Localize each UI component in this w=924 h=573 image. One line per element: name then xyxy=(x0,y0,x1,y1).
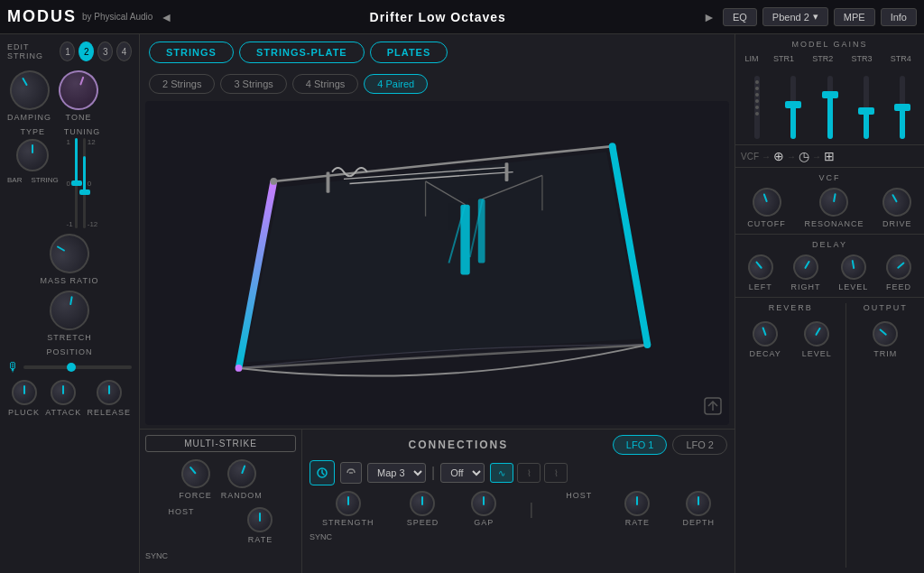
string-btn-1[interactable]: 1 xyxy=(60,42,75,61)
tab-plates[interactable]: PLATES xyxy=(370,42,448,63)
ms-knob-row: FORCE RANDOM xyxy=(145,459,296,500)
four-strings-btn[interactable]: 4 Strings xyxy=(292,74,358,94)
gap-knob[interactable] xyxy=(471,491,496,516)
lim-fader[interactable] xyxy=(754,76,760,139)
force-knob[interactable] xyxy=(175,453,216,494)
random-knob[interactable] xyxy=(223,455,260,492)
tuning-slider-2-thumb[interactable] xyxy=(79,189,90,195)
string-count-row: 2 Strings 3 Strings 4 Strings 4 Paired xyxy=(140,70,735,97)
share-icon[interactable] xyxy=(704,397,722,418)
str3-fader-group xyxy=(850,76,882,139)
content-area: EDIT STRING 1 2 3 4 DAMPING TONE xyxy=(0,34,924,573)
conn-link-btn[interactable] xyxy=(340,462,362,484)
str4-fader[interactable] xyxy=(900,76,905,139)
delay-feed-knob[interactable] xyxy=(881,249,916,284)
connections-panel: CONNECTIONS LFO 1 LFO 2 xyxy=(302,430,735,573)
string-btn-2[interactable]: 2 xyxy=(79,42,94,61)
output-title: OUTPUT xyxy=(852,303,919,312)
tuning-slider-2-track[interactable] xyxy=(83,138,86,228)
position-slider[interactable] xyxy=(23,365,132,369)
multi-strike-panel: MULTI-STRIKE FORCE RANDOM HOST xyxy=(140,430,302,573)
pbend-button[interactable]: Pbend 2 ▾ xyxy=(762,7,828,26)
mass-ratio-group: MASS RATIO xyxy=(7,234,132,285)
str3-fader-thumb[interactable] xyxy=(858,107,874,115)
depth-knob[interactable] xyxy=(686,491,711,516)
nav-left-arrow[interactable]: ◄ xyxy=(152,6,180,28)
speed-knob[interactable] xyxy=(410,491,435,516)
stretch-knob[interactable] xyxy=(47,288,93,334)
position-thumb[interactable] xyxy=(67,363,76,372)
conn-rate-label: RATE xyxy=(625,518,650,527)
output-trim-label: TRIM xyxy=(873,349,897,358)
delay-level-label: LEVEL xyxy=(838,282,868,291)
reverb-decay-knob[interactable] xyxy=(749,318,781,350)
edit-string-label: EDIT STRING xyxy=(7,42,52,60)
conn-trigger-btn[interactable] xyxy=(310,460,335,485)
ms-rate-knob[interactable] xyxy=(247,507,273,532)
str2-fader[interactable] xyxy=(827,76,833,139)
info-button[interactable]: Info xyxy=(881,8,917,26)
tone-knob[interactable] xyxy=(53,65,104,116)
delay-right-group: RIGHT xyxy=(791,254,821,291)
two-strings-btn[interactable]: 2 Strings xyxy=(149,74,215,94)
lfo1-btn[interactable]: LFO 1 xyxy=(613,435,668,455)
bottom-knob-row: PLUCK ATTACK RELEASE xyxy=(7,380,132,417)
release-knob[interactable] xyxy=(97,380,122,405)
str4-col-label: STR4 xyxy=(883,54,919,63)
vcf-section: VCF CUTOFF RESONANCE DRIVE xyxy=(735,168,924,235)
attack-knob[interactable] xyxy=(51,380,76,405)
delay-level-knob[interactable] xyxy=(839,253,868,282)
reverb-output-section: REVERB DECAY LEVEL OUTPUT xyxy=(735,298,924,573)
strength-knob[interactable] xyxy=(336,491,361,516)
conn-knob-row: STRENGTH SPEED GAP | HOST xyxy=(310,491,727,527)
str1-fader[interactable] xyxy=(790,76,796,139)
type-knob[interactable] xyxy=(16,139,49,171)
position-label: POSITION xyxy=(7,347,132,356)
output-trim-knob[interactable] xyxy=(867,316,902,351)
mass-ratio-knob[interactable] xyxy=(42,226,97,281)
str3-fader[interactable] xyxy=(864,76,869,139)
vcf-resonance-knob[interactable] xyxy=(818,185,851,218)
eq-button[interactable]: EQ xyxy=(723,8,757,26)
conn-rate-knob[interactable] xyxy=(624,491,650,516)
damping-knob[interactable] xyxy=(2,63,56,117)
str1-fader-thumb[interactable] xyxy=(785,101,801,108)
ms-sync-label: SYNC xyxy=(145,551,296,560)
gap-label: GAP xyxy=(474,518,494,527)
fx-vcf-label: VCF xyxy=(741,152,759,162)
vcf-drive-knob[interactable] xyxy=(878,182,918,222)
reverb-level-label: LEVEL xyxy=(802,349,832,358)
mpe-button[interactable]: MPE xyxy=(834,8,875,26)
stretch-group: STRETCH xyxy=(7,291,132,342)
tab-strings-plate[interactable]: STRINGS-PLATE xyxy=(239,42,365,63)
wave-rand-btn[interactable]: ⌇ xyxy=(544,463,568,483)
nav-right-arrow[interactable]: ► xyxy=(696,6,723,28)
map-select[interactable]: Map 3 xyxy=(367,463,426,483)
delay-left-knob[interactable] xyxy=(743,249,778,284)
wave-tri-btn[interactable]: ⌇ xyxy=(517,463,541,483)
string-btn-3[interactable]: 3 xyxy=(97,42,113,61)
reverb-knobs: DECAY LEVEL xyxy=(741,321,840,358)
pluck-knob[interactable] xyxy=(12,380,37,405)
tuning-slider-1-thumb[interactable] xyxy=(71,180,82,186)
model-gains-section: MODEL GAINS LIM STR1 STR2 STR3 STR4 xyxy=(735,34,924,145)
four-paired-btn[interactable]: 4 Paired xyxy=(364,74,428,94)
three-strings-btn[interactable]: 3 Strings xyxy=(220,74,286,94)
wave-sine-btn[interactable]: ∿ xyxy=(490,463,513,483)
tab-strings[interactable]: STRINGS xyxy=(149,42,234,63)
str4-fader-group xyxy=(886,76,919,139)
string-btn-4[interactable]: 4 xyxy=(116,42,132,61)
output-part: OUTPUT TRIM xyxy=(846,303,919,568)
str2-fader-thumb[interactable] xyxy=(822,91,838,98)
delay-right-knob[interactable] xyxy=(789,250,823,284)
reverb-level-knob[interactable] xyxy=(799,317,834,351)
release-group: RELEASE xyxy=(87,380,131,417)
string-label: STRING xyxy=(31,176,58,184)
lfo2-btn[interactable]: LFO 2 xyxy=(672,435,727,455)
damping-tone-row: DAMPING TONE xyxy=(7,70,132,122)
ms-rate-group: RATE xyxy=(247,507,273,544)
str4-fader-thumb[interactable] xyxy=(894,104,910,111)
tuning-slider-1-track[interactable] xyxy=(75,138,78,228)
vcf-cutoff-knob[interactable] xyxy=(748,183,785,220)
off-select[interactable]: Off xyxy=(440,463,485,483)
